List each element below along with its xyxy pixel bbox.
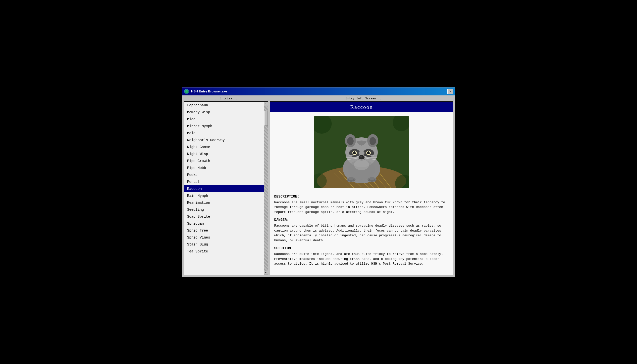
- entries-panel: LeprechaunMemory WispMiceMirror NymphMol…: [184, 101, 268, 275]
- danger-label: DANGER:: [274, 218, 449, 222]
- danger-text: Raccoons are capable of biting humans an…: [274, 223, 449, 243]
- svg-point-43: [373, 180, 376, 182]
- list-item[interactable]: Seedling: [184, 206, 264, 213]
- title-bar: HSH Entry Browser.exe ✕: [182, 88, 455, 96]
- list-item[interactable]: Pipe Hobb: [184, 164, 264, 172]
- svg-point-38: [347, 180, 350, 182]
- close-button[interactable]: ✕: [447, 89, 453, 94]
- list-item[interactable]: Soap Sprite: [184, 213, 264, 220]
- list-item[interactable]: Mole: [184, 130, 264, 137]
- panels-container: LeprechaunMemory WispMiceMirror NymphMol…: [184, 101, 453, 275]
- list-item[interactable]: Spriggan: [184, 220, 264, 227]
- svg-point-44: [354, 159, 369, 170]
- main-content: :: Entries :: :: Entry Info Screen :: Le…: [182, 96, 455, 277]
- entry-image-container: [274, 116, 449, 190]
- panels-header: :: Entries :: :: Entry Info Screen ::: [184, 97, 453, 100]
- svg-point-16: [347, 137, 354, 145]
- scroll-track[interactable]: [264, 106, 268, 271]
- window-title: HSH Entry Browser.exe: [191, 90, 227, 93]
- list-item[interactable]: Raccoon: [184, 185, 264, 192]
- list-item[interactable]: Night Gnome: [184, 144, 264, 150]
- svg-point-42: [371, 180, 373, 182]
- list-item[interactable]: Night Wisp: [184, 150, 264, 158]
- svg-point-28: [360, 156, 362, 158]
- description-text: Raccoons are small nocturnal mammals wit…: [274, 200, 449, 215]
- scroll-thumb[interactable]: [264, 111, 268, 126]
- list-item[interactable]: Memory Wisp: [184, 109, 264, 116]
- info-panel: Raccoon: [270, 101, 453, 275]
- svg-point-0: [185, 90, 188, 93]
- app-window: HSH Entry Browser.exe ✕ :: Entries :: ::…: [182, 87, 455, 277]
- list-item[interactable]: Mirror Nymph: [184, 123, 264, 130]
- svg-point-1: [186, 90, 187, 92]
- list-item[interactable]: Pipe Growth: [184, 158, 264, 164]
- svg-point-20: [359, 151, 364, 155]
- list-item[interactable]: Tea Sprite: [184, 248, 264, 255]
- entries-list-container: LeprechaunMemory WispMiceMirror NymphMol…: [184, 102, 268, 275]
- entry-image: [314, 116, 409, 188]
- scroll-up-button[interactable]: ▲: [264, 102, 268, 106]
- solution-text: Raccoons are quite intelligent, and are …: [274, 252, 449, 266]
- list-item[interactable]: Stair Slug: [184, 241, 264, 248]
- list-item[interactable]: Leprechaun: [184, 102, 264, 109]
- svg-point-40: [352, 180, 355, 182]
- title-bar-left: HSH Entry Browser.exe: [184, 89, 227, 94]
- svg-point-17: [369, 137, 376, 145]
- scroll-down-button[interactable]: ▼: [264, 271, 268, 275]
- solution-label: SOLUTION:: [274, 246, 449, 250]
- list-item[interactable]: Sprig Tree: [184, 227, 264, 234]
- list-item[interactable]: Pooka: [184, 172, 264, 178]
- list-item[interactable]: Portal: [184, 178, 264, 185]
- svg-point-41: [368, 180, 371, 182]
- info-header: :: Entry Info Screen ::: [268, 97, 453, 100]
- svg-point-39: [350, 180, 352, 182]
- list-item[interactable]: Rain Nymph: [184, 192, 264, 199]
- list-item[interactable]: Sprig Vines: [184, 234, 264, 241]
- entries-scrollbar[interactable]: ▲ ▼: [264, 102, 268, 275]
- entries-list: LeprechaunMemory WispMiceMirror NymphMol…: [184, 102, 264, 275]
- svg-point-25: [355, 152, 356, 152]
- list-item[interactable]: Reanimation: [184, 199, 264, 206]
- list-item[interactable]: Mice: [184, 116, 264, 123]
- entry-title: Raccoon: [270, 102, 453, 112]
- list-item[interactable]: Neighbor's Doorway: [184, 137, 264, 144]
- app-icon: [184, 89, 189, 94]
- description-label: DESCRIPTION:: [274, 194, 449, 198]
- entries-header: :: Entries ::: [184, 97, 268, 100]
- svg-point-26: [369, 152, 370, 152]
